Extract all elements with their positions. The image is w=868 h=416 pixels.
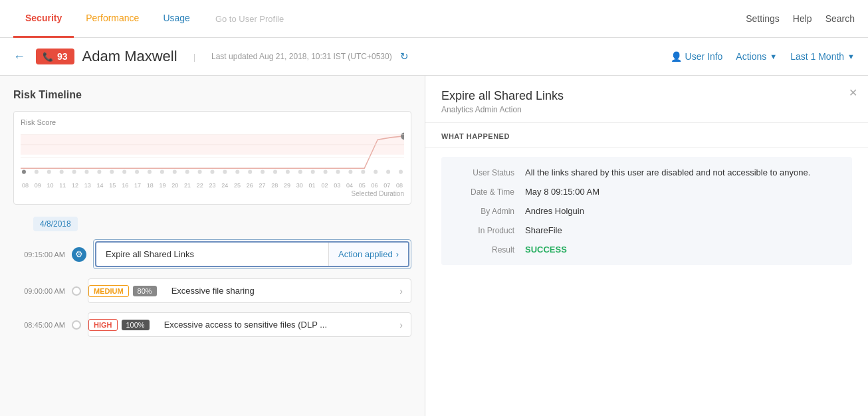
time-range-button[interactable]: Last 1 Month ▼ [790, 51, 855, 62]
nav-tab-usage-label: Usage [163, 13, 189, 23]
high-badge: HIGH [88, 319, 118, 331]
last-updated: Last updated Aug 21, 2018, 10:31 IST (UT… [211, 52, 392, 61]
result-value: SUCCESS [525, 245, 839, 255]
svg-point-22 [235, 169, 239, 173]
gear-icon: ⚙ [75, 249, 83, 259]
detail-row-user-status: User Status All the links shared by this… [455, 167, 839, 177]
search-link[interactable]: Search [825, 13, 855, 24]
section-title: Risk Timeline [13, 89, 411, 101]
admin-key: By Admin [455, 206, 514, 216]
svg-point-6 [35, 169, 39, 173]
user-status-key: User Status [455, 167, 514, 177]
close-button[interactable]: ✕ [849, 86, 857, 99]
action-dot: ⚙ [72, 247, 86, 262]
nav-right: Settings Help Search [746, 13, 855, 24]
sensitive-files-card[interactable]: HIGH 100% Excessive access to sensitive … [88, 312, 411, 337]
main-content: Risk Timeline Risk Score [0, 76, 868, 416]
svg-point-30 [336, 169, 340, 173]
timeline: 09:15:00 AM ⚙ Expire all Shared Links Ac… [13, 239, 411, 337]
timeline-item-high: 08:45:00 AM HIGH 100% Excessive access t… [13, 312, 411, 337]
svg-point-8 [60, 169, 64, 173]
datetime-value: May 8 09:15:00 AM [525, 187, 839, 197]
action-card-outer: Expire all Shared Links Action applied › [93, 239, 411, 269]
svg-point-35 [399, 169, 403, 173]
chart-label: Risk Score [21, 118, 404, 126]
timeline-item-medium: 09:00:00 AM MEDIUM 80% Excessive file sh… [13, 278, 411, 303]
expire-links-card[interactable]: Expire all Shared Links Action applied › [95, 241, 409, 267]
file-sharing-chevron-icon: › [399, 286, 411, 296]
header-right: 👤 User Info Actions ▼ Last 1 Month ▼ [671, 51, 855, 62]
medium-badge: MEDIUM [88, 285, 129, 297]
chart-svg [21, 129, 404, 175]
chart-area [21, 129, 404, 182]
nav-tab-performance[interactable]: Performance [74, 0, 151, 38]
svg-point-18 [185, 169, 189, 173]
svg-point-29 [324, 169, 328, 173]
sensitive-chevron-icon: › [399, 320, 411, 330]
action-applied-text: Action applied [338, 249, 393, 259]
file-sharing-card[interactable]: MEDIUM 80% Excessive file sharing › [88, 278, 411, 303]
user-info-button[interactable]: 👤 User Info [671, 51, 723, 62]
action-applied-section: Action applied › [328, 243, 408, 266]
nav-tab-security-label: Security [25, 13, 62, 23]
detail-row-admin: By Admin Andres Holguin [455, 206, 839, 216]
svg-point-23 [248, 169, 252, 173]
actions-chevron-icon: ▼ [770, 52, 777, 60]
svg-point-20 [211, 169, 215, 173]
file-sharing-label: Excessive file sharing [162, 279, 400, 302]
refresh-button[interactable]: ↻ [400, 51, 409, 62]
svg-point-24 [261, 169, 265, 173]
detail-row-product: In Product ShareFile [455, 225, 839, 235]
product-value: ShareFile [525, 225, 839, 235]
risk-badge: 📞 93 [36, 49, 74, 64]
svg-point-14 [135, 169, 139, 173]
back-button[interactable]: ← [13, 50, 25, 64]
detail-row-datetime: Date & Time May 8 09:15:00 AM [455, 187, 839, 197]
svg-point-5 [22, 169, 26, 173]
svg-point-12 [110, 169, 114, 173]
header-divider: | [193, 52, 195, 62]
help-link[interactable]: Help [793, 13, 812, 24]
right-panel-header: Expire all Shared Links Analytics Admin … [425, 76, 868, 123]
svg-point-15 [148, 169, 152, 173]
action-applied-chevron-icon: › [396, 249, 399, 259]
svg-point-17 [173, 169, 177, 173]
timeline-item-action: 09:15:00 AM ⚙ Expire all Shared Links Ac… [13, 239, 411, 269]
detail-row-result: Result SUCCESS [455, 245, 839, 255]
medium-dot [72, 286, 81, 296]
nav-tab-security[interactable]: Security [13, 0, 74, 38]
svg-point-7 [47, 169, 51, 173]
actions-button[interactable]: Actions ▼ [736, 51, 777, 62]
nav-tab-usage[interactable]: Usage [151, 0, 201, 38]
svg-point-11 [97, 169, 101, 173]
selected-duration: Selected Duration [21, 190, 404, 197]
svg-point-32 [361, 169, 365, 173]
risk-chart: Risk Score [13, 111, 411, 205]
sensitive-files-label: Excessive access to sensitive files (DLP… [155, 313, 400, 336]
svg-point-28 [311, 169, 315, 173]
timeline-time-3: 08:45:00 AM [13, 321, 65, 329]
timeline-time-2: 09:00:00 AM [13, 287, 65, 295]
expire-links-label: Expire all Shared Links [96, 243, 328, 266]
left-panel: Risk Timeline Risk Score [0, 76, 425, 416]
medium-score: 80% [133, 286, 157, 296]
timeline-time-1: 09:15:00 AM [13, 251, 65, 259]
user-icon: 👤 [671, 51, 682, 62]
user-status-value: All the links shared by this user are di… [525, 167, 839, 177]
panel-subtitle: Analytics Admin Action [441, 105, 852, 114]
admin-value: Andres Holguin [525, 206, 839, 216]
user-info-label: User Info [685, 51, 723, 62]
svg-point-10 [84, 169, 88, 173]
time-range-label: Last 1 Month [790, 51, 844, 62]
settings-link[interactable]: Settings [746, 13, 780, 24]
phone-icon: 📞 [43, 52, 53, 62]
high-dot [72, 320, 81, 330]
nav-tab-performance-label: Performance [86, 13, 139, 23]
risk-score: 93 [57, 51, 68, 62]
panel-title: Expire all Shared Links [441, 89, 852, 103]
date-badge: 4/8/2018 [33, 217, 78, 231]
svg-point-26 [286, 169, 290, 173]
svg-point-16 [160, 169, 164, 173]
actions-label: Actions [736, 51, 766, 62]
svg-point-34 [386, 169, 390, 173]
